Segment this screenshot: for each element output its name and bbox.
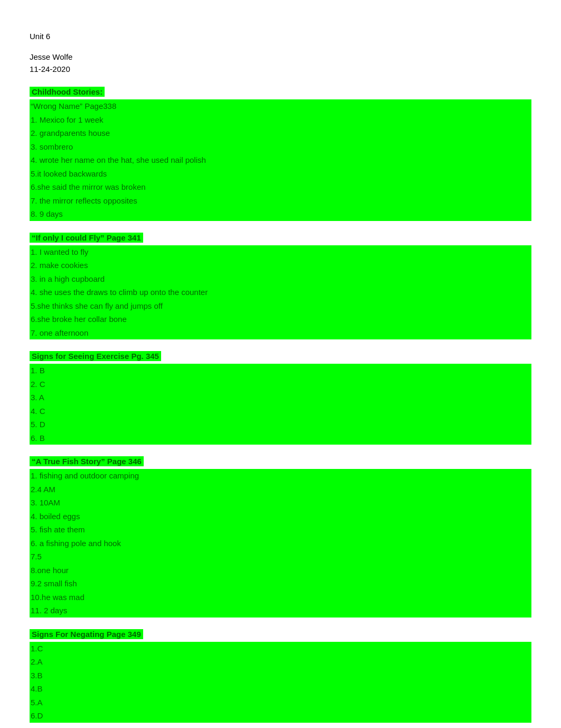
list-item: 3.B: [30, 669, 531, 683]
list-item: 6.she said the mirror was broken: [30, 180, 531, 194]
list-item: 1. I wanted to fly: [30, 245, 531, 259]
section-items: 1. fishing and outdoor camping2.4 AM3. 1…: [30, 469, 531, 618]
section-items: 1. I wanted to fly2. make cookies3. in a…: [30, 245, 531, 340]
list-item: 1.C: [30, 642, 531, 656]
list-item: 8. 9 days: [30, 207, 531, 221]
list-item: 6. B: [30, 431, 531, 445]
list-item: 3. in a high cupboard: [30, 272, 531, 286]
list-item: 1. fishing and outdoor camping: [30, 469, 531, 483]
list-item: 4.B: [30, 682, 531, 696]
list-item: 3. A: [30, 391, 531, 404]
section-childhood-stories: Childhood Stories:“Wrong Name” Page3381.…: [30, 86, 531, 221]
list-item: 5. fish ate them: [30, 523, 531, 537]
list-item: 1. Mexico for 1 week: [30, 113, 531, 127]
section-true-fish-story: “A True Fish Story” Page 3461. fishing a…: [30, 455, 531, 618]
section-items: 1. B2. C3. A4. C5. D6. B: [30, 364, 531, 445]
list-item: 2.A: [30, 655, 531, 669]
list-item: 10.he was mad: [30, 591, 531, 604]
list-item: 4. she uses the draws to climb up onto t…: [30, 285, 531, 299]
list-item: 6.she broke her collar bone: [30, 312, 531, 326]
section-if-only-fly: “If only I could Fly” Page 3411. I wante…: [30, 232, 531, 340]
list-item: 2. make cookies: [30, 259, 531, 272]
list-item: 2. grandparents house: [30, 126, 531, 140]
section-title: “If only I could Fly” Page 341: [30, 233, 143, 243]
list-item: 5.it looked backwards: [30, 167, 531, 181]
list-item: 11. 2 days: [30, 604, 531, 618]
section-title: Signs for Seeing Exercise Pg. 345: [30, 351, 161, 361]
list-item: 6.D: [30, 709, 531, 723]
list-item: 9.2 small fish: [30, 577, 531, 591]
list-item: 8.one hour: [30, 564, 531, 577]
section-title: Signs For Negating Page 349: [30, 629, 143, 639]
section-items: “Wrong Name” Page3381. Mexico for 1 week…: [30, 99, 531, 221]
list-item: 5.A: [30, 696, 531, 709]
list-item: 7.5: [30, 550, 531, 564]
list-item: 2.4 AM: [30, 483, 531, 496]
list-item: 7. one afternoon: [30, 326, 531, 340]
list-item: 5.she thinks she can fly and jumps off: [30, 299, 531, 313]
list-item: 6. a fishing pole and hook: [30, 537, 531, 550]
section-title: “A True Fish Story” Page 346: [30, 456, 144, 466]
section-title: Childhood Stories:: [30, 87, 105, 97]
student-info: Jesse Wolfe 11-24-2020: [30, 51, 531, 75]
list-item: 4. boiled eggs: [30, 510, 531, 523]
list-item: 2. C: [30, 377, 531, 391]
section-signs-seeing: Signs for Seeing Exercise Pg. 3451. B2. …: [30, 350, 531, 445]
list-item: 3. 10AM: [30, 496, 531, 510]
list-item: 4. wrote her name on the hat, she used n…: [30, 153, 531, 167]
list-item: 7. the mirror reflects opposites: [30, 194, 531, 208]
list-item: “Wrong Name” Page338: [30, 99, 531, 113]
list-item: 4. C: [30, 404, 531, 418]
list-item: 5. D: [30, 418, 531, 431]
section-items: 1.C2.A3.B4.B5.A6.D: [30, 642, 531, 723]
section-signs-negating: Signs For Negating Page 3491.C2.A3.B4.B5…: [30, 628, 531, 723]
list-item: 1. B: [30, 364, 531, 377]
list-item: 3. sombrero: [30, 140, 531, 154]
unit-title: Unit 6: [30, 32, 531, 41]
